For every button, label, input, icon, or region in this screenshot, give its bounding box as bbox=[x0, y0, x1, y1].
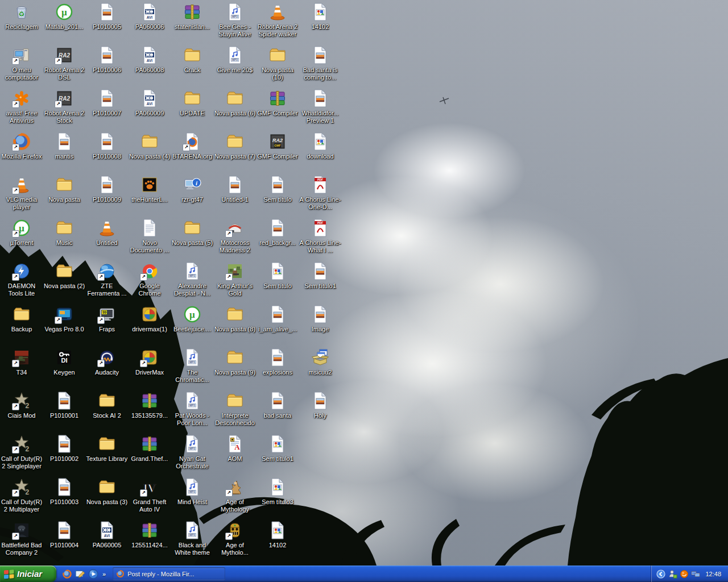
desktop-icon-nova-pasta-9[interactable]: Nova pasta (9) bbox=[214, 348, 256, 390]
desktop-icon-untitled-1[interactable]: Untitled-1 bbox=[214, 175, 256, 218]
desktop-icon-nova-pasta-6[interactable]: Nova pasta (6) bbox=[214, 89, 256, 131]
desktop-icon-nova-pasta-3[interactable]: Nova pasta (3) bbox=[86, 477, 128, 520]
desktop-icon-gmf-compiler[interactable]: GMF Compiler bbox=[257, 89, 299, 131]
desktop-icon-nova-pasta-4[interactable]: Nova pasta (4) bbox=[129, 132, 171, 174]
quick-launch-firefox-icon[interactable] bbox=[62, 569, 72, 579]
desktop-icon-audacity[interactable]: ↗Audacity bbox=[86, 348, 128, 390]
desktop[interactable]: ♻Reciclagem↗O meu computador↗avast! Free… bbox=[0, 0, 728, 566]
desktop-icon-grand-theft-auto-iv[interactable]: IV↗Grand Theft Auto IV bbox=[129, 477, 171, 520]
desktop-icon-give-me-20[interactable]: MP3Give me 20$ bbox=[214, 45, 256, 88]
desktop-icon-call-of-duty-r-2-singleplayer[interactable]: 2↗Call of Duty(R) 2 Singleplayer bbox=[1, 434, 43, 477]
desktop-icon-nyan-cat-orchestrate[interactable]: MP3Nyan Cat Orchestrate bbox=[171, 434, 213, 477]
desktop-icon-statenislan[interactable]: statenislan... bbox=[171, 2, 213, 45]
desktop-icon-p1010009[interactable]: P1010009 bbox=[86, 175, 128, 218]
start-button[interactable]: Iniciar bbox=[0, 566, 56, 582]
desktop-icon-call-of-duty-r-2-multiplayer[interactable]: 2↗Call of Duty(R) 2 Multiplayer bbox=[1, 477, 43, 520]
desktop-icon-pat-woods-poor-lon[interactable]: MP3Pat Woods - Poor Lon... bbox=[171, 391, 213, 434]
desktop-icon-backup[interactable]: Backup bbox=[1, 305, 43, 347]
desktop-icon-image[interactable]: Image bbox=[299, 305, 341, 347]
desktop-icon-avast-free-antivirus[interactable]: ↗avast! Free Antivirus bbox=[1, 89, 43, 131]
desktop-icon-update[interactable]: UPDATE bbox=[171, 89, 213, 131]
desktop-icon-age-of-mytholo[interactable]: ↗Age of Mytholo... bbox=[214, 521, 256, 563]
desktop-icon-p1010003[interactable]: P1010003 bbox=[43, 477, 85, 520]
desktop-icon-pa060006[interactable]: AVIPA060006 bbox=[129, 2, 171, 45]
desktop-icon-135135579[interactable]: 135135579... bbox=[129, 391, 171, 434]
tray-messenger-icon[interactable] bbox=[668, 569, 677, 579]
desktop-icon-reciclagem[interactable]: ♻Reciclagem bbox=[1, 2, 43, 45]
desktop-icon-whatididfor-preview-1[interactable]: WhatIdidfor... Preview 1 bbox=[299, 89, 341, 131]
desktop-icon-sem-t-tulo[interactable]: Sem título bbox=[257, 261, 299, 304]
desktop-icon-the-chromatic[interactable]: MP3The Chromatic... bbox=[171, 348, 213, 390]
desktop-icon-pa060008[interactable]: AVIPA060008 bbox=[129, 45, 171, 88]
desktop-icon-pa060005[interactable]: AVIPA060005 bbox=[86, 521, 128, 563]
desktop-icon-sem-t-tulo1[interactable]: Sem título1 bbox=[299, 261, 341, 304]
desktop-icon-t34[interactable]: ↗T34 bbox=[1, 348, 43, 390]
desktop-icon-alexandre-desplat-n[interactable]: MP3Alexandre Desplat - N... bbox=[171, 261, 213, 304]
desktop-icon-gmf-compiler[interactable]: RA2GMFGMF Compiler bbox=[257, 132, 299, 174]
desktop-icon-nova-pasta-7[interactable]: Nova pasta (7) bbox=[214, 132, 256, 174]
quick-launch-mediaplayer-icon[interactable] bbox=[88, 569, 98, 579]
desktop-icon-btarena-org[interactable]: ↗BTARENA.org bbox=[171, 132, 213, 174]
desktop-icon-p1010004[interactable]: P1010004 bbox=[43, 521, 85, 563]
desktop-icon-14102[interactable]: 14102 bbox=[257, 521, 299, 563]
desktop-icon-drivermax-1[interactable]: drivermax(1) bbox=[129, 305, 171, 347]
desktop-icon-age-of-mythology[interactable]: ↗Age of Mythology bbox=[214, 477, 256, 520]
desktop-icon-daemon-tools-lite[interactable]: ↗DAEMON Tools Lite bbox=[1, 261, 43, 304]
desktop-icon-music[interactable]: Music bbox=[43, 218, 85, 261]
desktop-icon-holy[interactable]: Holy bbox=[299, 391, 341, 434]
desktop-icon-thehunterl[interactable]: theHunterL... bbox=[129, 175, 171, 218]
desktop-icon-p1010005[interactable]: P1010005 bbox=[86, 2, 128, 45]
desktop-icon-texture-library[interactable]: Texture Library bbox=[86, 434, 128, 477]
desktop-icon-vlc-media-player[interactable]: ↗VLC media player bbox=[1, 175, 43, 218]
desktop-icon-bee-gees-stayin-alive[interactable]: MP3Bee Gees - Stayin Alive bbox=[214, 2, 256, 45]
desktop-icon-mantis[interactable]: mantis bbox=[43, 132, 85, 174]
desktop-icon-msicuu2[interactable]: msicuu2 bbox=[299, 348, 341, 390]
desktop-icon-14102[interactable]: 14102 bbox=[299, 2, 341, 45]
desktop-icon-nova-pasta-5[interactable]: Nova pasta (5) bbox=[171, 218, 213, 261]
desktop-icon-stock-ai-2[interactable]: Stock AI 2 bbox=[86, 391, 128, 434]
desktop-icon-bad-santa-is-coming-to[interactable]: Bad santa is coming to... bbox=[299, 45, 341, 88]
desktop-icon-google-chrome[interactable]: ↗Google Chrome bbox=[129, 261, 171, 304]
desktop-icon-nova-pasta[interactable]: Nova pasta bbox=[43, 175, 85, 218]
desktop-icon-sem-t-tulo1[interactable]: Sem título1 bbox=[257, 434, 299, 477]
desktop-icon-download[interactable]: download bbox=[299, 132, 341, 174]
desktop-icon-sem-t-tulo3[interactable]: Sem título3 bbox=[257, 477, 299, 520]
desktop-icon-keygen[interactable]: DIKeygen bbox=[43, 348, 85, 390]
desktop-icon-king-arthur-s-gold[interactable]: ↗King Arthur's Gold bbox=[214, 261, 256, 304]
desktop-icon-mozilla-firefox[interactable]: ↗Mozilla Firefox bbox=[1, 132, 43, 174]
desktop-icon-i-am-alive[interactable]: i_am_alive_... bbox=[257, 305, 299, 347]
desktop-icon-novo-documento[interactable]: Novo Documento ... bbox=[129, 218, 171, 261]
desktop-icon-p1010008[interactable]: P1010008 bbox=[86, 132, 128, 174]
desktop-icon-o-meu-computador[interactable]: ↗O meu computador bbox=[1, 45, 43, 88]
desktop-icon-nova-pasta-10[interactable]: Nova pasta (10) bbox=[257, 45, 299, 88]
desktop-icon-explosions[interactable]: explosions bbox=[257, 348, 299, 390]
desktop-icon-motocross-madness-2[interactable]: ↗Motocross Madness 2 bbox=[214, 218, 256, 261]
desktop-icon-nova-pasta-2[interactable]: Nova pasta (2) bbox=[43, 261, 85, 304]
desktop-icon-black-and-white-theme[interactable]: MP3Black and White theme bbox=[171, 521, 213, 563]
desktop-icon-untitled[interactable]: Untitled bbox=[86, 218, 128, 261]
desktop-icon-drivermax[interactable]: ↗DriverMax bbox=[129, 348, 171, 390]
desktop-icon-rzr-gt47[interactable]: irzr-gt47 bbox=[171, 175, 213, 218]
desktop-icon-a-chorus-line-one-d[interactable]: PDFA Chorus Line-One-D... bbox=[299, 175, 341, 218]
desktop-icon-p1010002[interactable]: P1010002 bbox=[43, 434, 85, 477]
desktop-icon-125511424[interactable]: 125511424... bbox=[129, 521, 171, 563]
desktop-icon-ciais-mod[interactable]: 2↗Ciais Mod bbox=[1, 391, 43, 434]
desktop-icon-sem-t-tulo[interactable]: Sem título bbox=[257, 175, 299, 218]
desktop-icon-a-chorus-line-what-i[interactable]: PDFA Chorus Line-What I ... bbox=[299, 218, 341, 261]
desktop-icon-beetlejuice[interactable]: µBeetlejuice.... bbox=[171, 305, 213, 347]
desktop-icon-crack[interactable]: Crack bbox=[171, 45, 213, 88]
quick-launch-overflow-chevron[interactable]: » bbox=[101, 571, 107, 577]
tray-clock[interactable]: 12:48 bbox=[705, 571, 721, 577]
desktop-icon-zte-ferramenta[interactable]: ↗ZTE Ferramenta ... bbox=[86, 261, 128, 304]
desktop-icon-p1010006[interactable]: P1010006 bbox=[86, 45, 128, 88]
desktop-icon-robot-arena-2-spider-walker[interactable]: Robot Arena 2 Spider walker bbox=[257, 2, 299, 45]
desktop-icon-bad-santa[interactable]: bad santa bbox=[257, 391, 299, 434]
desktop-icon-robot-arena-2-stock[interactable]: RA2↗Robot Arena 2 Stock bbox=[43, 89, 85, 131]
desktop-icon-grand-thef[interactable]: Grand.Thef... bbox=[129, 434, 171, 477]
desktop-icon-p1010001[interactable]: P1010001 bbox=[43, 391, 85, 434]
tray-collapse-chevron-icon[interactable] bbox=[656, 569, 665, 579]
desktop-icon-red-backgr[interactable]: red_backgr... bbox=[257, 218, 299, 261]
desktop-icon-torrent[interactable]: µ↗µTorrent bbox=[1, 218, 43, 261]
tray-network-icon[interactable] bbox=[691, 569, 700, 579]
desktop-icon-nova-pasta-8[interactable]: Nova pasta (8) bbox=[214, 305, 256, 347]
